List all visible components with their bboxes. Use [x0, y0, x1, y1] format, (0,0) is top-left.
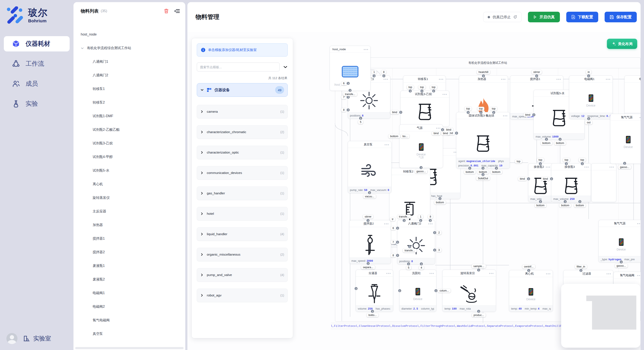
port-5[interactable]: ❯5: [406, 262, 411, 270]
category-group-instruments[interactable]: 仪器设备 49: [197, 83, 288, 97]
node-menu-icon[interactable]: ●●●: [546, 272, 551, 275]
port-bind[interactable]: bind❯: [390, 110, 402, 114]
tree-item[interactable]: 试剂瓶5-水: [81, 164, 183, 177]
canvas-node[interactable]: ●●●: [591, 163, 616, 202]
port-8[interactable]: 8❯: [342, 108, 350, 112]
port-filter_in[interactable]: filter_in❯: [575, 265, 587, 272]
tree-item[interactable]: 搅拌器1: [81, 232, 183, 245]
port-8[interactable]: 8❯: [391, 253, 399, 257]
port-5[interactable]: ❯5: [358, 117, 363, 124]
port-bottom[interactable]: ❯bottom: [574, 200, 586, 207]
port-bottom[interactable]: ❯bottom: [464, 167, 475, 174]
port-transfe...[interactable]: ❯transfe...: [343, 89, 357, 96]
chevron-down-icon[interactable]: [283, 65, 288, 69]
port-dot[interactable]: ❯: [438, 197, 442, 200]
port-1[interactable]: 1❯: [418, 215, 423, 222]
port-gasso...[interactable]: ❯gasso...: [618, 162, 631, 169]
tree-item[interactable]: 电磁阀1: [81, 286, 183, 300]
node-menu-icon[interactable]: ●●●: [637, 222, 640, 225]
port-dot[interactable]: ❯: [545, 138, 548, 141]
port-8[interactable]: 8❯: [428, 215, 433, 222]
port-in[interactable]: in❯: [586, 70, 592, 77]
port-centrif...[interactable]: centrif...❯: [522, 265, 535, 272]
tree-item[interactable]: 转移泵1: [81, 82, 183, 96]
trash-icon[interactable]: [164, 8, 169, 14]
port-top[interactable]: top❯: [464, 107, 472, 114]
port-bind[interactable]: bind❯: [541, 177, 553, 181]
port-top[interactable]: top❯: [430, 85, 437, 93]
canvas-node[interactable]: 氢气气源 ●●●Device❯gasso...: [610, 114, 640, 164]
port-dot[interactable]: ❯: [580, 269, 582, 272]
canvas-node[interactable]: 试剂瓶3-己烷 ●●●top❯top❯top❯bind❯: [400, 91, 449, 127]
port-dot[interactable]: ❯: [396, 227, 399, 230]
node-menu-icon[interactable]: ●●●: [436, 127, 441, 129]
canvas-node[interactable]: 洗脱柱 ●●●Devicediameter: 2.5column_type: s…: [399, 270, 436, 312]
port-stirrer[interactable]: stirrer❯: [363, 215, 373, 222]
port-dot[interactable]: ❯: [480, 111, 482, 114]
canvas-node[interactable]: 氢气气源 ●●●Device_type: hydrogenmax_pre ❯ga…: [598, 220, 640, 262]
tree-item-root[interactable]: host_node: [81, 28, 183, 41]
port-dot[interactable]: ❯: [382, 74, 385, 77]
minimap[interactable]: [561, 284, 640, 348]
port-dot[interactable]: ❯: [535, 74, 538, 77]
node-menu-icon[interactable]: ●●●: [584, 166, 589, 168]
node-menu-icon[interactable]: ●●●: [384, 222, 389, 225]
node-menu-icon[interactable]: ●●●: [489, 272, 494, 275]
category-item-liquid_handler[interactable]: liquid_handler (4): [197, 227, 288, 241]
chevron-down-icon[interactable]: [81, 47, 84, 50]
port-dot[interactable]: ❯: [409, 90, 412, 93]
port-dot[interactable]: ❯: [366, 262, 370, 265]
canvas-node[interactable]: 固体试剂瓶3-氯化镁 ●●●agent: magnesium_chloridep…: [456, 112, 510, 169]
canvas-node[interactable]: 离心机 ●●●Devicetemp: 40min_temp: 4max_sp c…: [509, 270, 553, 312]
tree-item[interactable]: 八通阀门2: [81, 68, 183, 82]
port-bottom[interactable]: ❯bottom: [477, 167, 489, 174]
node-menu-icon[interactable]: ●●●: [384, 143, 389, 146]
port-bottom[interactable]: ❯bottom: [434, 197, 446, 204]
port-separa...[interactable]: ❯separa...: [361, 262, 375, 269]
port-dot[interactable]: ❯: [371, 310, 374, 313]
port-dot[interactable]: ❯: [434, 289, 438, 292]
sidebar-item-cube[interactable]: 仪器耗材: [4, 36, 70, 51]
port-dot[interactable]: ❯: [492, 111, 495, 114]
port-dot[interactable]: ❯: [527, 269, 530, 272]
tree-item[interactable]: 电磁阀2: [81, 300, 183, 313]
category-item-hotel[interactable]: hotel (1): [197, 207, 288, 220]
port-dot[interactable]: ❯: [527, 177, 530, 180]
canvas-node[interactable]: 气源 ●●●Device气源❯gasso...❯bind: [399, 124, 443, 168]
category-item-robot_agv[interactable]: robot_agv (1): [197, 289, 288, 302]
port-dot[interactable]: ❯: [398, 289, 401, 292]
port-gasso...[interactable]: ❯gasso...: [415, 166, 428, 173]
category-item-characterization_chromatic[interactable]: characterization_chromatic (2): [197, 125, 288, 139]
node-menu-icon[interactable]: ●●●: [606, 272, 611, 275]
port-dot[interactable]: ❯: [420, 166, 423, 169]
port-dot[interactable]: ❯: [373, 74, 376, 77]
port-top[interactable]: top❯: [407, 85, 414, 93]
node-menu-icon[interactable]: ●●●: [546, 166, 550, 168]
refresh-icon[interactable]: [513, 15, 517, 19]
port-top[interactable]: top❯: [578, 158, 586, 165]
port-dot[interactable]: ❯: [396, 241, 399, 244]
port-dot[interactable]: ❯: [468, 167, 471, 170]
port-7[interactable]: 7❯: [391, 240, 399, 244]
node-menu-icon[interactable]: ●●●: [501, 78, 506, 80]
port-vacuu...[interactable]: ❯vacuu...: [363, 191, 376, 198]
node-menu-icon[interactable]: ●●●: [637, 274, 640, 277]
port-dot[interactable]: ❯: [587, 117, 590, 120]
port-produc...[interactable]: ❯produc...: [472, 310, 486, 317]
port-6[interactable]: 6❯: [391, 226, 399, 230]
avatar[interactable]: [6, 333, 18, 344]
port-dot[interactable]: ❯: [432, 90, 435, 93]
port-dot[interactable]: ❯: [539, 200, 542, 203]
port-dot[interactable]: ❯: [420, 262, 423, 265]
canvas-node[interactable]: 搅拌器2 ●●●max_speed: 2000stirrer❯❯separa..…: [349, 220, 391, 264]
port-dot[interactable]: ❯: [368, 191, 371, 194]
port-dot[interactable]: ❯: [347, 108, 350, 111]
node-menu-icon[interactable]: ●●●: [609, 166, 614, 168]
tree-item[interactable]: 废液瓶2: [81, 273, 183, 286]
port-bottom[interactable]: ❯bottom: [554, 138, 566, 145]
port-top[interactable]: top❯: [490, 107, 497, 114]
canvas-node[interactable]: 电磁阀1 ●●●Devicevoltage: 12response_time: …: [569, 75, 613, 119]
node-menu-icon[interactable]: ●●●: [606, 78, 610, 80]
port-dot[interactable]: ❯: [429, 219, 432, 222]
port-dot[interactable]: ❯: [455, 132, 458, 135]
